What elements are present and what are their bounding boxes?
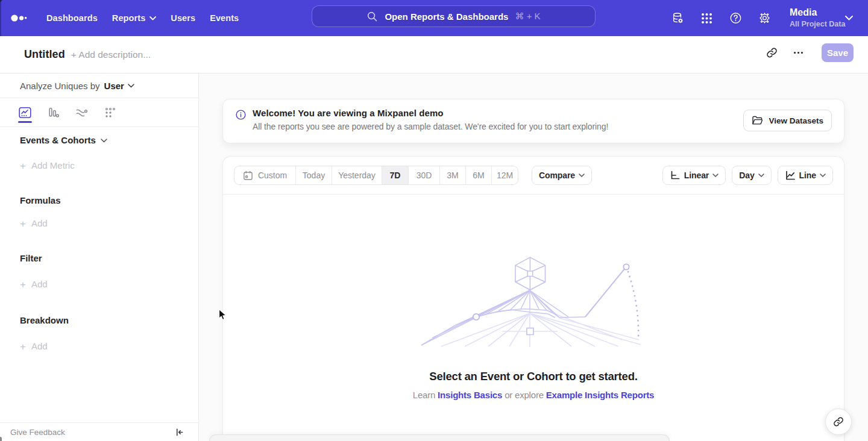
search-shortcut: ⌘ + K: [515, 11, 540, 22]
search-placeholder: Open Reports & Dashboards: [385, 11, 508, 22]
chevron-down-icon: [712, 174, 719, 177]
insights-basics-link[interactable]: Insights Basics: [438, 390, 502, 400]
empty-sub-prefix: Learn: [413, 390, 435, 400]
analyze-uniques-row: Analyze Uniques by User: [0, 74, 198, 98]
chart-toolbar: Custom Today Yesterday 7D 30D 3M 6M 12M …: [223, 157, 844, 195]
chart-display-controls: Linear Day: [662, 166, 833, 185]
view-datasets-button[interactable]: View Datasets: [743, 110, 832, 131]
add-filter-button[interactable]: + Add: [20, 278, 198, 291]
line-chart-icon: [785, 170, 796, 181]
query-builder-sidebar: Analyze Uniques by User: [0, 74, 199, 441]
sidebar-footer: Give Feedback: [0, 422, 198, 441]
range-yesterday[interactable]: Yesterday: [332, 166, 382, 184]
chevron-down-icon: [128, 84, 134, 88]
example-reports-link[interactable]: Example Insights Reports: [546, 390, 654, 400]
help-icon[interactable]: [729, 12, 742, 25]
tab-bar-chart[interactable]: [47, 106, 60, 119]
formulas-header: Formulas: [20, 194, 198, 207]
data-management-icon[interactable]: [671, 12, 684, 25]
give-feedback-link[interactable]: Give Feedback: [10, 428, 65, 437]
mixpanel-insights-app: Dashboards Reports Users Events Open Rep…: [0, 0, 868, 441]
compare-dropdown[interactable]: Compare: [532, 166, 592, 185]
chart-type-dropdown[interactable]: Line: [778, 166, 833, 185]
breakdown-header: Breakdown: [20, 314, 198, 327]
analyze-label: Analyze Uniques by: [20, 81, 100, 91]
nav-dashboards[interactable]: Dashboards: [46, 13, 98, 23]
scale-dropdown[interactable]: Linear: [662, 166, 726, 185]
events-cohorts-header[interactable]: Events & Cohorts: [20, 134, 198, 147]
banner-title: Welcome! You are viewing a Mixpanel demo: [253, 108, 608, 118]
formulas-label: Formulas: [20, 194, 61, 207]
interval-label: Day: [739, 170, 754, 180]
plus-icon: +: [20, 161, 26, 171]
share-link-fab[interactable]: [825, 408, 852, 435]
settings-gear-icon[interactable]: [758, 12, 771, 25]
mixpanel-dots-icon: [10, 14, 30, 22]
range-6m[interactable]: 6M: [466, 166, 492, 184]
add-description-field[interactable]: + Add description...: [71, 49, 151, 60]
collapse-sidebar-icon[interactable]: [174, 427, 184, 437]
range-custom-label: Custom: [258, 170, 287, 180]
add-breakdown-button[interactable]: + Add: [20, 340, 198, 353]
range-7d[interactable]: 7D: [382, 166, 409, 184]
add-metric-button[interactable]: + Add Metric: [20, 159, 198, 172]
tab-insights-line[interactable]: [19, 106, 31, 119]
report-chart-card: Custom Today Yesterday 7D 30D 3M 6M 12M …: [222, 156, 844, 441]
range-12m[interactable]: 12M: [492, 166, 518, 184]
nav-reports[interactable]: Reports: [112, 13, 157, 23]
nav-events-label: Events: [210, 13, 239, 23]
bottom-drawer-peek[interactable]: [209, 434, 670, 441]
plus-icon: +: [20, 219, 26, 229]
add-metric-label: Add Metric: [31, 159, 75, 172]
mixpanel-logo[interactable]: [10, 14, 30, 22]
range-today[interactable]: Today: [296, 166, 332, 184]
topbar-icon-group: [671, 0, 771, 36]
empty-state-title: Select an Event or Cohort to get started…: [429, 370, 637, 383]
global-search-input[interactable]: Open Reports & Dashboards ⌘ + K: [312, 5, 596, 27]
folder-icon: [752, 116, 763, 125]
copy-link-icon[interactable]: [766, 47, 778, 59]
nav-events[interactable]: Events: [210, 13, 239, 23]
range-12m-label: 12M: [497, 170, 513, 180]
project-switcher[interactable]: Media All Project Data: [790, 0, 868, 36]
report-actions: Save: [766, 43, 854, 62]
empty-sub-middle: or explore: [505, 390, 544, 400]
calendar-icon: [243, 170, 253, 181]
range-30d-label: 30D: [417, 170, 432, 180]
chevron-down-icon: [758, 174, 764, 177]
primary-nav: Dashboards Reports Users Events: [46, 13, 239, 23]
report-canvas: Welcome! You are viewing a Mixpanel demo…: [199, 74, 868, 441]
save-button[interactable]: Save: [822, 43, 854, 62]
analyze-entity-value: User: [104, 81, 124, 91]
chevron-down-icon: [579, 174, 585, 177]
search-icon: [366, 11, 378, 22]
filter-label: Filter: [20, 252, 42, 265]
nav-dashboards-label: Dashboards: [46, 13, 98, 23]
compare-label: Compare: [539, 170, 575, 180]
empty-state: Select an Event or Cohort to get started…: [223, 195, 844, 400]
range-7d-label: 7D: [390, 170, 401, 180]
report-header: Untitled + Add description... Save: [0, 36, 868, 74]
tab-flows[interactable]: [75, 106, 88, 119]
add-breakdown-label: Add: [31, 340, 48, 353]
chart-type-label: Line: [799, 170, 816, 180]
range-30d[interactable]: 30D: [409, 166, 440, 184]
apps-grid-icon[interactable]: [700, 12, 713, 25]
chevron-down-icon: [820, 174, 826, 177]
range-3m[interactable]: 3M: [440, 166, 466, 184]
project-name: Media: [790, 8, 845, 17]
range-custom[interactable]: Custom: [234, 166, 296, 184]
interval-dropdown[interactable]: Day: [732, 166, 771, 185]
more-options-icon[interactable]: [792, 47, 804, 59]
tab-retention-grid[interactable]: [104, 106, 116, 119]
add-formula-label: Add: [31, 217, 48, 230]
analyze-entity-dropdown[interactable]: User: [104, 81, 134, 91]
date-range-segmented-control: Custom Today Yesterday 7D 30D 3M 6M 12M: [234, 166, 518, 185]
report-title[interactable]: Untitled: [24, 48, 65, 61]
add-formula-button[interactable]: + Add: [20, 217, 198, 230]
project-scope: All Project Data: [790, 20, 845, 28]
screen-edge-shade: [0, 0, 1, 36]
screen-corner-artifact-top: [0, 0, 2, 2]
nav-users[interactable]: Users: [171, 13, 195, 23]
nav-reports-label: Reports: [112, 13, 146, 23]
